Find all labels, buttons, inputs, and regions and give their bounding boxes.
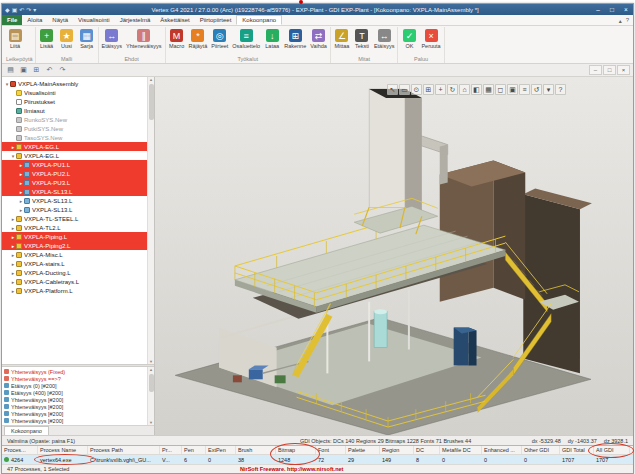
constraint-item[interactable]: Yhteneväisyys ==>? [2, 375, 154, 382]
text-button[interactable]: TTeksti [353, 28, 371, 50]
gdiview-column-header[interactable]: Pen [182, 446, 206, 454]
display-options-icon[interactable]: ≡ [519, 84, 530, 95]
previous-view-icon[interactable]: ↺ [531, 84, 542, 95]
tree-item[interactable]: ▸ VXPLA-Piping2.L [2, 241, 154, 250]
constraint-item[interactable]: Etäisyys (0) [#200] [2, 382, 154, 389]
constraint-scrollbar[interactable]: ▲▼ [147, 367, 154, 425]
constraint-item[interactable]: Yhteneväisyys [#200] [2, 410, 154, 417]
scroll-up-icon[interactable]: ▲ [149, 367, 153, 372]
features-button[interactable]: ◎Piirteet [210, 28, 229, 50]
pane-tab-kokoonpano[interactable]: Kokoonpano [4, 426, 49, 435]
constraint-item[interactable]: Yhteneväisyys [#200] [2, 417, 154, 424]
tree-item[interactable]: ▸ VXPLA-Ducting.L [2, 268, 154, 277]
gdiview-column-header[interactable]: Proces... [2, 446, 38, 454]
app-icon[interactable]: ◆ [5, 7, 10, 13]
undo-small-icon[interactable]: ↶ [44, 65, 55, 75]
load-button[interactable]: ↓Lataa [263, 28, 281, 50]
tree-item[interactable]: ▸ VXPLA-PU2.L [2, 169, 154, 178]
zoom-icon[interactable]: ⊙ [411, 84, 422, 95]
ribbon-tab[interactable]: Visualisointi [73, 15, 115, 25]
gdiview-column-header[interactable]: ExtPen [206, 446, 236, 454]
gdiview-column-header[interactable]: GDI Total [560, 446, 594, 454]
constraint-item[interactable]: Etäisyys (400) [#200] [2, 389, 154, 396]
tree-item[interactable]: ▾ VXPLA-MainAssembly [2, 79, 154, 88]
tree-item[interactable]: ▸ VXPLA-Cabletrays.L [2, 277, 154, 286]
nirsoft-banner[interactable]: NirSoft Freeware. http://www.nirsoft.net [240, 466, 343, 472]
structure-button[interactable]: ⊞Rakenne [283, 28, 307, 50]
scroll-down-icon[interactable]: ▼ [149, 359, 153, 364]
zoom-window-icon[interactable]: ⊞ [423, 84, 434, 95]
tree-item[interactable]: Visualisointi [2, 88, 154, 97]
maximize-button[interactable]: □ [605, 4, 619, 15]
gdiview-column-header[interactable]: Palette [346, 446, 380, 454]
redo-small-icon[interactable]: ↷ [57, 65, 68, 75]
gdiview-column-header[interactable]: DC [414, 446, 440, 454]
explode-button[interactable]: *Räjäytä [188, 28, 209, 50]
constraint-item[interactable]: Yhteneväisyys [#200] [2, 403, 154, 410]
measure-distance-button[interactable]: ↔Etäisyys [373, 28, 395, 50]
ribbon-tab[interactable]: Piirtopiirteet [195, 15, 237, 25]
home-view-icon[interactable]: ⌂ [459, 84, 470, 95]
ribbon-tab[interactable]: Äskettäiset [155, 15, 194, 25]
tree-item[interactable]: ▸ VXPLA-PU1.L [2, 160, 154, 169]
macro-button[interactable]: MMacro [168, 28, 186, 50]
tree-item[interactable]: ▸ VXPLA-stairs.L [2, 259, 154, 268]
swap-button[interactable]: ⇄Vaihda [309, 28, 328, 50]
scrollbar-thumb[interactable] [149, 374, 154, 392]
ribbon-tab[interactable]: Järjestelmä [115, 15, 156, 25]
render-icon[interactable]: ▣ [507, 84, 518, 95]
tree-item[interactable]: ▸ VXPLA-Piping.L [2, 232, 154, 241]
distance-constraint-button[interactable]: ↔Etäisyys [101, 28, 123, 50]
ribbon-tab[interactable]: File [2, 15, 22, 25]
ribbon-tab[interactable]: Aloita [22, 15, 47, 25]
tree-item[interactable]: Piirustukset [2, 97, 154, 106]
scroll-down-icon[interactable]: ▼ [149, 420, 153, 425]
add-component-button[interactable]: +Lisää [38, 28, 56, 50]
tree-item[interactable]: ▸ VXPLA-PU3.L [2, 178, 154, 187]
viewport-help-icon[interactable]: ? [555, 84, 566, 95]
save-icon[interactable]: ▣ [12, 7, 18, 13]
tree-item[interactable]: TasoSYS.New [2, 133, 154, 142]
tree-item[interactable]: PutkiSYS.New [2, 124, 154, 133]
undo-icon[interactable]: ↶ [19, 7, 24, 13]
scrollbar-thumb[interactable] [149, 84, 154, 120]
gdiview-row[interactable]: 4264 vertex64.exeC:\trunk\vxlib.vghi\_GU… [2, 455, 633, 464]
tree-item[interactable]: RunkoSYS.New [2, 115, 154, 124]
gdiview-column-header[interactable]: Enhanced ... [482, 446, 522, 454]
tree-item[interactable]: ▾ VXPLA-EG.L [2, 151, 154, 160]
tree-item[interactable]: ▸ VXPLA-SL13.L [2, 196, 154, 205]
gdiview-column-header[interactable]: Brush [236, 446, 276, 454]
new-component-button[interactable]: ★Uusi [58, 28, 76, 50]
gdiview-column-header[interactable]: All GDI [594, 446, 630, 454]
tree-item[interactable]: ▸ VXPLA-SL13.L [2, 187, 154, 196]
ok-button[interactable]: ✓OK [400, 28, 418, 50]
grid-icon[interactable]: ⊞ [31, 65, 42, 75]
doc-minimize-button[interactable]: – [589, 65, 602, 75]
paste-button[interactable]: ▤Liitä [6, 28, 24, 50]
minimize-button[interactable]: – [591, 4, 605, 15]
doc-restore-button[interactable]: □ [603, 65, 616, 75]
measure-button[interactable]: ∠Mittaa [333, 28, 351, 50]
tree-item[interactable]: Ilmiasut [2, 106, 154, 115]
doc-close-button[interactable]: × [617, 65, 630, 75]
coincidence-constraint-button[interactable]: ∥Yhteneväisyys [125, 28, 162, 50]
tree-item[interactable]: ▸ VXPLA-Platform.L [2, 286, 154, 295]
gdiview-column-header[interactable]: Process Name [38, 446, 88, 454]
gdiview-column-header[interactable]: Bitmap [276, 446, 316, 454]
ribbon-tab[interactable]: Kokoonpano [236, 15, 282, 25]
view-menu-icon[interactable]: ▾ [543, 84, 554, 95]
tree-scrollbar[interactable]: ▲▼ [147, 77, 154, 364]
gdiview-column-header[interactable]: Process Path [88, 446, 160, 454]
tree-item[interactable]: ▸ VXPLA-TL-STEEL.L [2, 214, 154, 223]
gdiview-column-header[interactable]: Pr... [160, 446, 182, 454]
tree-item[interactable]: ▸ VXPLA-TL2.L [2, 223, 154, 232]
gdiview-column-header[interactable]: Other GDI [522, 446, 560, 454]
save-doc-icon[interactable]: ▣ [18, 65, 29, 75]
tree-item[interactable]: ▸ VXPLA-Misc.L [2, 250, 154, 259]
fence-select-icon[interactable]: ▭ [399, 84, 410, 95]
hidden-edges-icon[interactable]: ◻ [495, 84, 506, 95]
pan-icon[interactable]: + [435, 84, 446, 95]
tree-item[interactable]: ▸ VXPLA-EG.L [2, 142, 154, 151]
constraint-item[interactable]: Yhteneväisyys (Fixed) [2, 368, 154, 375]
scroll-up-icon[interactable]: ▲ [149, 77, 153, 82]
